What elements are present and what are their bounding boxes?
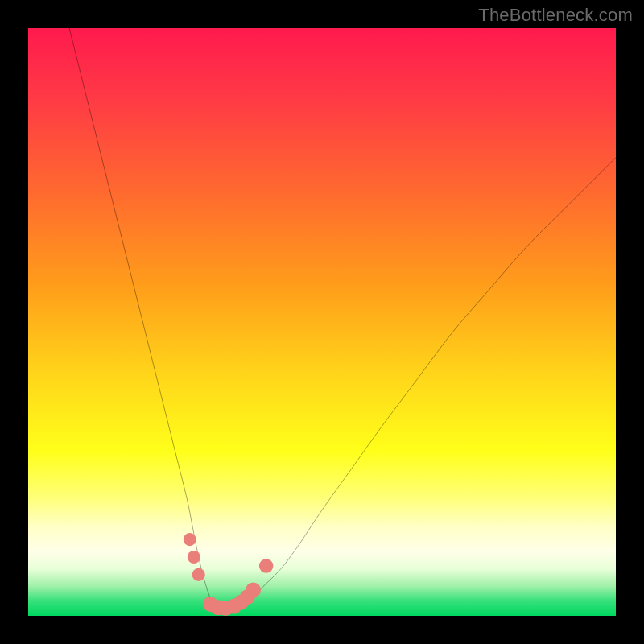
curve-marker bbox=[246, 582, 261, 597]
curve-marker bbox=[192, 568, 205, 581]
chart-stage: TheBottleneck.com bbox=[0, 0, 644, 644]
chart-svg bbox=[28, 28, 616, 616]
curve-marker bbox=[184, 533, 196, 546]
curve-marker bbox=[188, 551, 200, 564]
plot-area bbox=[28, 28, 616, 616]
watermark-text: TheBottleneck.com bbox=[478, 5, 633, 26]
curve-marker bbox=[259, 559, 274, 573]
bottleneck-curve bbox=[69, 28, 616, 610]
curve-markers bbox=[184, 533, 274, 616]
